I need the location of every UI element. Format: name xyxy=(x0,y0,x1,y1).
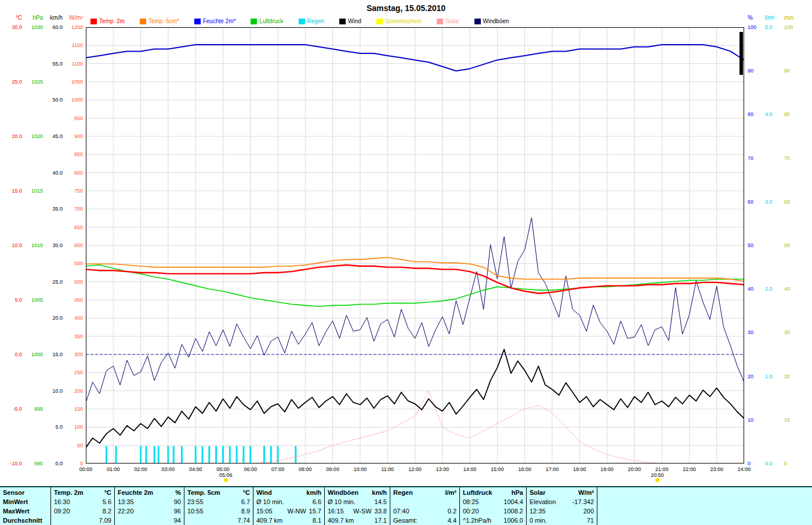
rain-bar xyxy=(181,446,183,464)
legend-swatch xyxy=(299,19,305,24)
sensor-unit: °C xyxy=(243,489,250,496)
legend-item-windb-en[interactable]: Windböen xyxy=(474,18,509,24)
table-cell-max: 15:05W-NW15.7 xyxy=(256,506,321,516)
rain-bar xyxy=(201,446,203,464)
cell-value: 200 xyxy=(583,508,594,515)
y-tick: 90 xyxy=(748,68,772,74)
x-tick: 01:00 xyxy=(107,466,120,472)
cell-value: 17.1 xyxy=(375,517,387,524)
table-row-labels: SensorMinWertMaxWertDurchschnitt xyxy=(0,487,51,525)
x-tick: 04:00 xyxy=(189,466,202,472)
sensor-name: Luftdruck xyxy=(463,489,492,496)
rain-bar xyxy=(195,446,197,464)
x-tick: 10:00 xyxy=(354,466,367,472)
y-tick: 30.0 xyxy=(39,242,63,248)
cell-value: 0.2 xyxy=(448,508,456,515)
cell-time: 16:30 xyxy=(54,498,70,505)
legend-item-solar[interactable]: Solar xyxy=(437,18,459,24)
cell-value: 4.4 xyxy=(448,517,456,524)
legend-item-luftdruck[interactable]: Luftdruck xyxy=(251,18,283,24)
table-cell-min: 16:305.6 xyxy=(54,497,111,506)
rain-bar xyxy=(154,446,155,464)
y-tick: 5.0 xyxy=(0,297,22,303)
y-tick: 50 xyxy=(748,242,772,248)
table-col-header: Windböenkm/h xyxy=(328,488,387,497)
cell-time: 22:20 xyxy=(118,508,134,515)
legend-item-temp-2m[interactable]: Temp. 2m xyxy=(90,18,125,24)
y-tick: 800 xyxy=(60,170,83,176)
cell-time: 0 min. xyxy=(530,517,547,524)
cell-time: Gesamt: xyxy=(393,517,418,524)
cell-time: Ø 10 min. xyxy=(256,498,284,505)
table-cell-avg: ^1.2hPa/h1006.0 xyxy=(463,516,523,525)
legend-item-regen[interactable]: Regen xyxy=(299,18,324,24)
cell-value: 15.7 xyxy=(309,508,321,515)
y-tick: 0 xyxy=(784,461,809,466)
sun-marker-icon xyxy=(655,478,659,482)
y-tick: 10.0 xyxy=(0,242,22,248)
rain-bar xyxy=(277,446,279,464)
x-tick: 12:00 xyxy=(408,466,422,472)
table-row-label: Sensor xyxy=(3,488,48,497)
x-tick: 17:00 xyxy=(546,466,559,472)
y-tick: 650 xyxy=(60,225,83,230)
rain-bar xyxy=(249,446,251,464)
table-cell-min: Ø 10 min.14.5 xyxy=(328,497,387,506)
rain-bar xyxy=(140,446,142,464)
cell-time: Elevation xyxy=(530,498,556,505)
y-tick: 1025 xyxy=(20,79,43,85)
chart-plot-area[interactable] xyxy=(86,27,744,464)
table-cell-avg: 409.7 km8.1 xyxy=(256,516,321,525)
sensor-name: Regen xyxy=(393,489,413,496)
x-tick: 05:00 xyxy=(216,466,230,472)
x-tick: 07:00 xyxy=(271,466,285,472)
sensor-name: Windböen xyxy=(328,489,358,496)
legend-label: Feuchte 2m* xyxy=(203,18,236,24)
x-tick: 19:00 xyxy=(600,466,614,472)
y-tick: 60.0 xyxy=(39,24,63,30)
chart-legend: Temp. 2mTemp. 5cm*Feuchte 2m*LuftdruckRe… xyxy=(90,18,509,24)
statistics-table: SensorMinWertMaxWertDurchschnittTemp. 2m… xyxy=(0,486,812,525)
table-cell-avg: 7.09 xyxy=(54,516,111,525)
y-tick: 50 xyxy=(60,443,83,448)
sensor-unit: l/m² xyxy=(445,489,456,496)
legend-label: Sonnenschein xyxy=(385,18,422,24)
chart-scrollbar-thumb[interactable] xyxy=(740,32,743,75)
table-cell-avg: 0 min.71 xyxy=(530,516,594,525)
cell-value: 6.6 xyxy=(313,498,321,505)
cell-time: Ø 10 min. xyxy=(328,498,356,505)
y-tick: 1000 xyxy=(60,97,83,103)
y-tick: 995 xyxy=(20,406,43,412)
legend-swatch xyxy=(339,19,346,24)
y-tick: 5.0 xyxy=(39,424,63,430)
cell-value: 14.5 xyxy=(375,498,387,505)
y-tick: 0.0 xyxy=(39,461,63,466)
legend-swatch xyxy=(90,19,97,24)
table-cell-min: 23:556.7 xyxy=(187,497,250,506)
sensor-unit: °C xyxy=(104,489,111,496)
table-row-label: Durchschnitt xyxy=(3,516,48,525)
y-tick: 90 xyxy=(784,68,809,74)
x-tick: 18:00 xyxy=(573,466,586,472)
legend-item-temp-5cm-[interactable]: Temp. 5cm* xyxy=(140,18,179,24)
cell-value: 1008.2 xyxy=(503,508,523,515)
table-row-label: MinWert xyxy=(3,497,48,506)
cell-time: 15:05 xyxy=(256,508,273,515)
cell-value: 1006.0 xyxy=(503,517,523,524)
table-col-header: Feuchte 2m% xyxy=(118,488,181,497)
sun-time-label: 20:50 xyxy=(651,472,664,478)
legend-item-sonnenschein[interactable]: Sonnenschein xyxy=(376,18,422,24)
legend-item-feuchte-2m-[interactable]: Feuchte 2m* xyxy=(194,18,236,24)
y-tick: 1200 xyxy=(60,24,83,30)
table-col-windb-en: Windböenkm/hØ 10 min.14.516:15W-SW33.840… xyxy=(325,487,390,525)
legend-label: Wind xyxy=(348,18,361,24)
legend-item-wind[interactable]: Wind xyxy=(339,18,361,24)
y-tick: 0 xyxy=(60,461,83,466)
legend-label: Temp. 2m xyxy=(99,18,125,24)
legend-swatch xyxy=(194,19,201,24)
y-tick: 550 xyxy=(60,260,83,266)
y-tick: 20.0 xyxy=(0,133,22,139)
legend-swatch xyxy=(140,19,146,24)
table-cell-min: 08:251004.4 xyxy=(463,497,523,506)
x-tick: 06:00 xyxy=(244,466,257,472)
